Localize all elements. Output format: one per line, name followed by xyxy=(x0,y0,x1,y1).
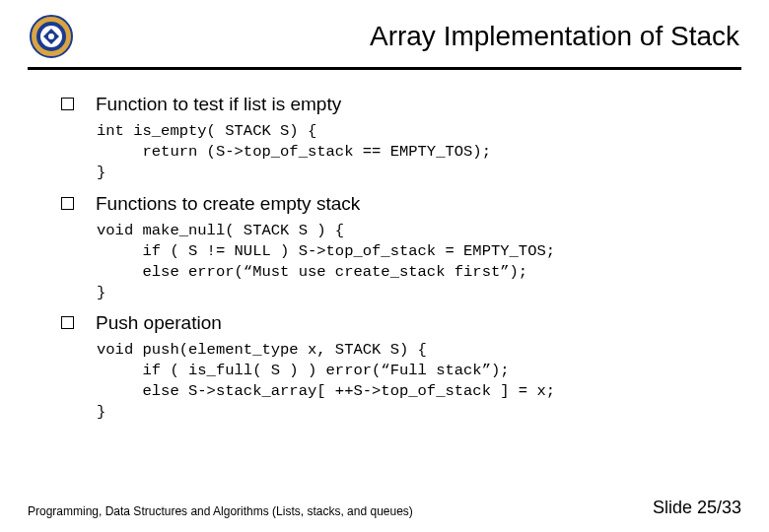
bullet-text: Push operation xyxy=(96,312,222,334)
checkbox-icon xyxy=(61,197,74,210)
code-block: void push(element_type x, STACK S) { if … xyxy=(97,340,720,423)
bullet-text: Functions to create empty stack xyxy=(96,193,360,215)
footer-left-text: Programming, Data Structures and Algorit… xyxy=(28,504,413,518)
slide-content: Function to test if list is empty int is… xyxy=(0,70,769,423)
slide-header: Array Implementation of Stack xyxy=(0,0,769,63)
bullet-item: Function to test if list is empty xyxy=(61,94,720,115)
bullet-item: Push operation xyxy=(61,312,720,334)
code-block: void make_null( STACK S ) { if ( S != NU… xyxy=(97,221,720,303)
checkbox-icon xyxy=(61,98,74,110)
bullet-text: Function to test if list is empty xyxy=(96,94,341,115)
bullet-item: Functions to create empty stack xyxy=(61,193,720,215)
code-block: int is_empty( STACK S) { return (S->top_… xyxy=(97,121,720,183)
slide-number: Slide 25/33 xyxy=(653,498,741,518)
page-title: Array Implementation of Stack xyxy=(73,21,749,52)
checkbox-icon xyxy=(61,316,74,329)
slide-footer: Programming, Data Structures and Algorit… xyxy=(28,498,741,518)
svg-point-3 xyxy=(48,33,54,39)
logo-icon xyxy=(30,15,73,58)
